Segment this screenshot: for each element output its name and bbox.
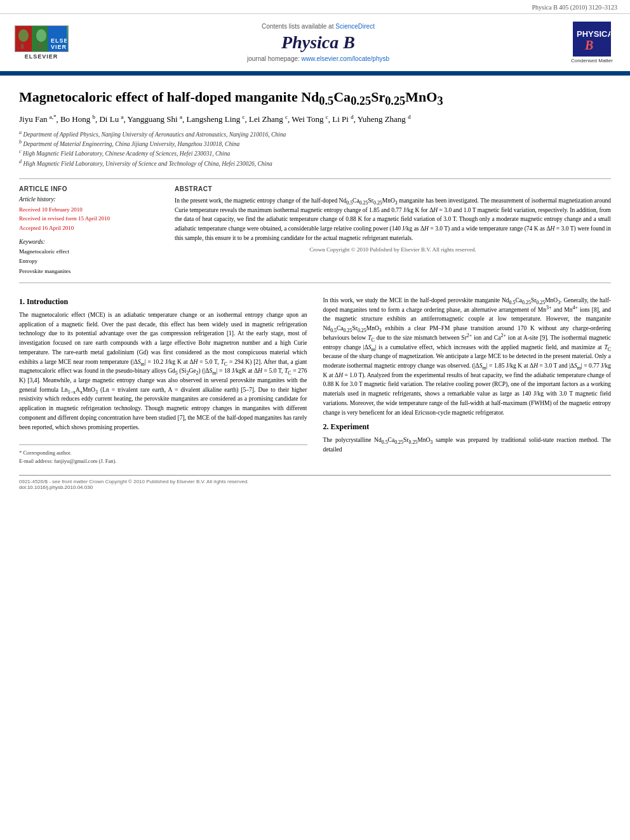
physica-logo-sub: Condensed Matter [571, 58, 613, 63]
footer-issn-text: 0921-4526/$ - see front matter Crown Cop… [19, 479, 611, 484]
physica-logo: PHYSICA B Condensed Matter [566, 20, 617, 65]
contents-available: Contents lists available at ScienceDirec… [70, 23, 566, 30]
section-divider [19, 178, 611, 179]
article-info-column: ARTICLE INFO Article history: Received 1… [19, 185, 159, 276]
corresponding-author-note: * Corresponding author. [19, 449, 307, 457]
introduction-body: The magnetocaloric effect (MCE) is an ad… [19, 310, 307, 432]
right-intro-body: In this work, we study the MCE in the ha… [323, 296, 612, 417]
received-date: Received 10 February 2010 [19, 205, 159, 214]
elsevier-logo-image: ELSE VIER [15, 25, 69, 52]
section-number: 1. [19, 297, 27, 306]
keyword-2: Entropy [19, 257, 159, 266]
svg-rect-7 [39, 44, 41, 49]
physica-logo-box: PHYSICA B [573, 22, 611, 57]
article-info-label: ARTICLE INFO [19, 185, 159, 192]
homepage-link[interactable]: www.elsevier.com/locate/physb [302, 55, 389, 62]
svg-text:ELSE: ELSE [51, 37, 67, 44]
page: Physica B 405 (2010) 3120–3123 ELSE VIER [0, 0, 630, 840]
affiliations: a Department of Applied Physics, Nanjing… [19, 130, 611, 169]
footer-doi: doi:10.1016/j.physb.2010.04.030 [19, 484, 611, 490]
footnote-area: * Corresponding author. E-mail address: … [19, 444, 307, 465]
section-divider-2 [19, 283, 611, 283]
elsevier-logo: ELSE VIER ELSEVIER [13, 27, 70, 58]
introduction-title: 1. Introduction [19, 297, 307, 307]
svg-rect-6 [21, 44, 23, 49]
svg-text:B: B [584, 38, 593, 52]
keyword-3: Perovskite manganites [19, 267, 159, 276]
introduction-column: 1. Introduction The magnetocaloric effec… [19, 296, 307, 465]
copyright-text: Crown Copyright © 2010 Published by Else… [175, 246, 611, 253]
svg-point-4 [18, 29, 29, 42]
journal-title-center: Contents lists available at ScienceDirec… [70, 23, 566, 62]
svg-point-5 [36, 29, 46, 42]
abstract-label: ABSTRACT [175, 185, 611, 192]
footer-issn: 0921-4526/$ - see front matter Crown Cop… [19, 479, 611, 490]
journal-homepage: journal homepage: www.elsevier.com/locat… [70, 55, 566, 62]
article-title: Magnetocaloric effect of half-doped mang… [19, 88, 611, 107]
abstract-column: ABSTRACT In the present work, the magnet… [175, 185, 611, 276]
accepted-date: Accepted 16 April 2010 [19, 223, 159, 232]
keyword-1: Magnetocaloric effect [19, 247, 159, 257]
journal-header: ELSE VIER ELSEVIER Contents lists availa… [0, 14, 630, 72]
experiment-title: 2. Experiment [323, 422, 612, 432]
main-content: 1. Introduction The magnetocaloric effec… [19, 296, 611, 465]
right-column: In this work, we study the MCE in the ha… [323, 296, 612, 465]
abstract-text: In the present work, the magnetic entrop… [175, 196, 611, 243]
article-body: Magnetocaloric effect of half-doped mang… [0, 76, 630, 503]
svg-text:PHYSICA: PHYSICA [577, 29, 610, 39]
journal-name: Physica B [70, 32, 566, 53]
elsevier-text: ELSEVIER [25, 53, 58, 60]
footer-bar: 0921-4526/$ - see front matter Crown Cop… [19, 475, 611, 490]
journal-meta-bar: Physica B 405 (2010) 3120–3123 [0, 0, 630, 14]
experiment-number: 2. [323, 422, 331, 431]
authors: Jiyu Fan a,*, Bo Hong b, Di Lu a, Yanggu… [19, 113, 611, 126]
keywords-section: Keywords: Magnetocaloric effect Entropy … [19, 239, 159, 276]
journal-reference: Physica B 405 (2010) 3120–3123 [532, 4, 617, 11]
keywords-label: Keywords: [19, 239, 159, 245]
email-note: E-mail address: fanjiyu@gmail.com (J. Fa… [19, 457, 307, 465]
article-info-abstract: ARTICLE INFO Article history: Received 1… [19, 185, 611, 276]
experiment-body: The polycrystalline Nd0.5Ca0.25Sr0.25MnO… [323, 436, 612, 454]
sciencedirect-link[interactable]: ScienceDirect [335, 23, 375, 30]
history-label: Article history: [19, 196, 159, 203]
revised-date: Received in revised form 15 April 2010 [19, 214, 159, 223]
svg-text:VIER: VIER [51, 44, 67, 50]
